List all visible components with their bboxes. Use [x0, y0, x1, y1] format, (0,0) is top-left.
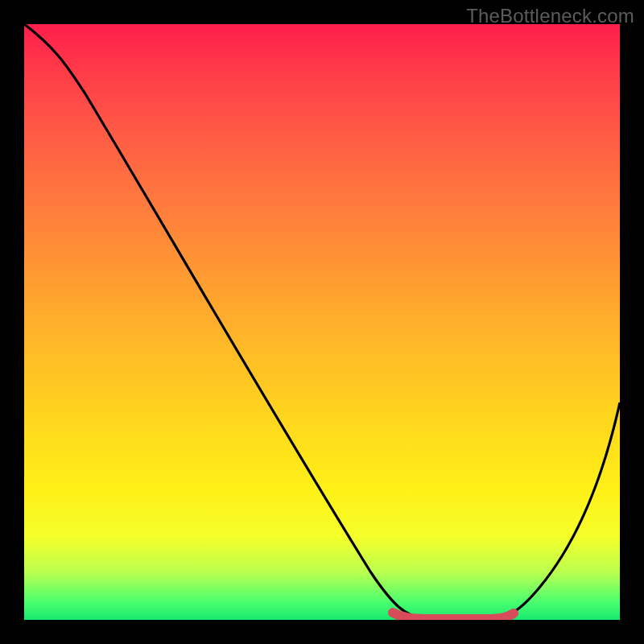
- plot-area: [24, 24, 620, 620]
- bottleneck-curve: [24, 24, 620, 620]
- curve-marker: [393, 613, 514, 619]
- curve-path: [24, 24, 620, 618]
- chart-frame: TheBottleneck.com: [0, 0, 644, 644]
